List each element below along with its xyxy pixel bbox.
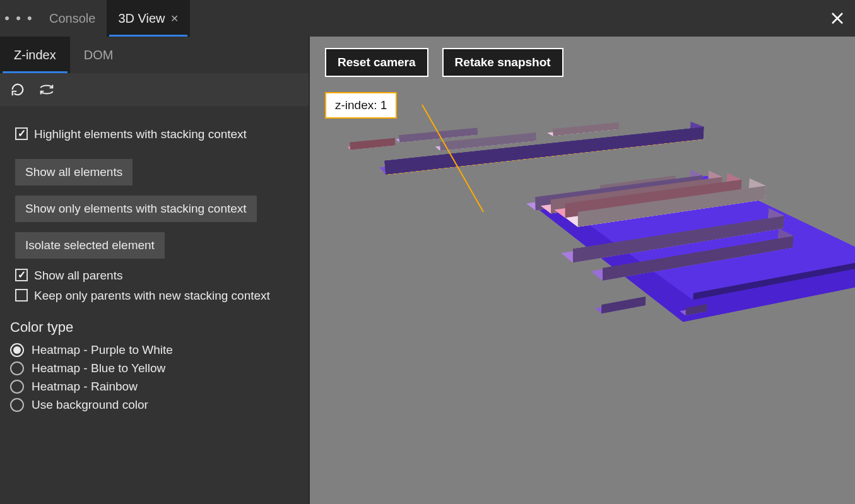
- radio-label: Use background color: [32, 398, 148, 412]
- checkbox-label: Keep only parents with new stacking cont…: [34, 288, 270, 304]
- subtab-z-index[interactable]: Z-index: [0, 37, 70, 73]
- retake-snapshot-button[interactable]: Retake snapshot: [442, 48, 563, 77]
- layer-slab: [379, 133, 704, 174]
- tab-console[interactable]: Console: [38, 0, 107, 37]
- viewport-3d[interactable]: Reset camera Retake snapshot z-index: 1: [309, 37, 855, 504]
- radio-label: Heatmap - Rainbow: [32, 380, 138, 394]
- checkbox-keep-parents-stacking[interactable]: Keep only parents with new stacking cont…: [15, 288, 298, 304]
- main-tabbar: • • • Console 3D View ✕: [0, 0, 855, 37]
- subtab-dom[interactable]: DOM: [70, 37, 127, 73]
- more-icon[interactable]: • • •: [0, 0, 38, 37]
- checkbox-icon: [15, 127, 28, 140]
- radio-icon: [10, 398, 24, 412]
- rotate-icon-svg: [38, 83, 55, 97]
- subtab-label: Z-index: [14, 48, 56, 62]
- tab-label: 3D View: [118, 11, 165, 26]
- radio-use-background-color[interactable]: Use background color: [10, 398, 298, 412]
- tab-3d-view[interactable]: 3D View ✕: [107, 0, 189, 37]
- close-panel-button[interactable]: [820, 0, 855, 37]
- radio-icon: [10, 361, 24, 375]
- close-icon: [831, 12, 844, 25]
- checkbox-icon: [15, 289, 28, 302]
- radio-icon: [10, 343, 24, 357]
- body: Z-index DOM: [0, 37, 855, 504]
- panel-toolbar: [0, 73, 309, 106]
- isolate-selected-button[interactable]: Isolate selected element: [15, 232, 165, 259]
- radio-heatmap-rainbow[interactable]: Heatmap - Rainbow: [10, 380, 298, 394]
- layer-slab: [348, 142, 396, 149]
- color-type-heading: Color type: [10, 319, 298, 336]
- checkbox-label: Highlight elements with stacking context: [34, 126, 247, 143]
- layer-slab: [595, 300, 646, 314]
- radio-label: Heatmap - Purple to White: [32, 343, 173, 357]
- radio-icon: [10, 380, 24, 394]
- layer-slab: [435, 137, 536, 151]
- subtab-label: DOM: [84, 48, 114, 62]
- radio-heatmap-purple-white[interactable]: Heatmap - Purple to White: [10, 343, 298, 357]
- checkbox-show-all-parents[interactable]: Show all parents: [15, 267, 298, 284]
- subtabs: Z-index DOM: [0, 37, 309, 73]
- app-root: • • • Console 3D View ✕ Z-index DOM: [0, 0, 855, 504]
- tabbar-left: • • • Console 3D View ✕: [0, 0, 190, 37]
- reset-camera-button[interactable]: Reset camera: [325, 48, 428, 77]
- close-icon[interactable]: ✕: [170, 13, 179, 25]
- radio-heatmap-blue-yellow[interactable]: Heatmap - Blue to Yellow: [10, 361, 298, 375]
- left-panel: Z-index DOM: [0, 37, 309, 504]
- checkbox-label: Show all parents: [34, 267, 122, 284]
- checkbox-icon: [15, 269, 28, 281]
- radio-label: Heatmap - Blue to Yellow: [32, 361, 165, 375]
- layer-slab: [547, 126, 619, 136]
- viewport-toolbar: Reset camera Retake snapshot: [325, 48, 563, 77]
- checkbox-highlight-stacking[interactable]: Highlight elements with stacking context: [15, 126, 298, 143]
- rotate-icon[interactable]: [38, 81, 56, 98]
- show-all-elements-button[interactable]: Show all elements: [15, 159, 133, 185]
- refresh-icon[interactable]: [9, 81, 27, 98]
- tab-label: Console: [49, 11, 95, 26]
- show-only-stacking-button[interactable]: Show only elements with stacking context: [15, 196, 257, 222]
- settings-pane: Highlight elements with stacking context…: [0, 106, 309, 504]
- refresh-icon-svg: [11, 83, 25, 97]
- z-index-tooltip: z-index: 1: [325, 92, 397, 119]
